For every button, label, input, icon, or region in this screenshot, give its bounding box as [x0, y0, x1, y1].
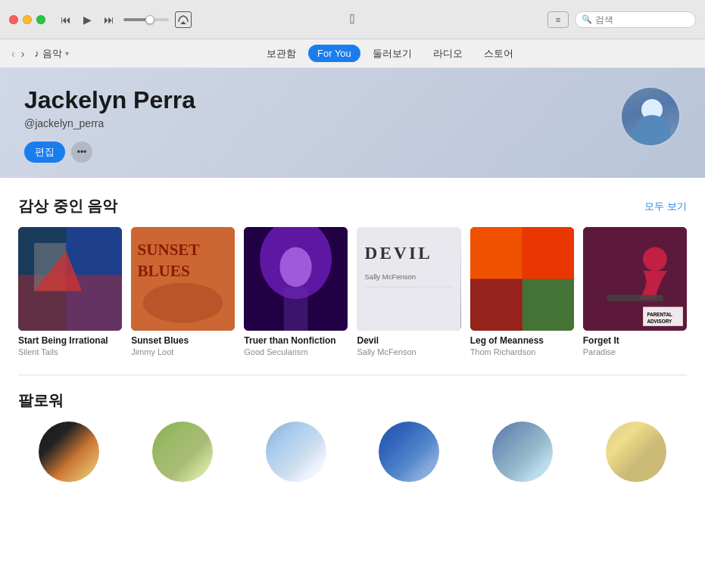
profile-actions: 편집 ••• — [24, 142, 195, 163]
follower-avatar-6 — [606, 422, 666, 482]
profile-info: Jackelyn Perra @jackelyn_perra 편집 ••• — [24, 86, 195, 163]
navbar: ‹ › ♪ 음악 ▾ 보관함 For You 둘러보기 라디오 스토어 — [0, 39, 705, 68]
svg-rect-22 — [470, 279, 523, 331]
album-item[interactable]: Start Being Irrational Silent Tails — [18, 227, 122, 356]
follower-item[interactable] — [18, 422, 120, 487]
search-icon: 🔍 — [582, 14, 592, 24]
follower-avatar-3 — [266, 422, 326, 482]
svg-marker-0 — [180, 21, 186, 24]
album-name-5: Leg of Meanness — [470, 335, 574, 346]
search-input[interactable] — [595, 14, 689, 25]
svg-rect-26 — [607, 295, 663, 301]
tab-browse[interactable]: 보관함 — [257, 44, 305, 64]
album-name-4: Devil — [357, 335, 460, 346]
tab-browse2[interactable]: 둘러보기 — [363, 44, 421, 64]
album-name-1: Start Being Irrational — [18, 335, 122, 346]
listening-section-title: 감상 중인 음악 — [18, 196, 117, 216]
follower-item[interactable] — [358, 422, 460, 487]
album-artist-4: Sally McFenson — [357, 347, 460, 356]
follower-item[interactable] — [472, 422, 573, 487]
airplay-button[interactable] — [175, 11, 192, 28]
svg-point-12 — [280, 247, 312, 287]
more-options-button[interactable]: ••• — [71, 142, 92, 163]
music-note-icon: ♪ — [34, 48, 39, 59]
svg-rect-19 — [470, 227, 523, 279]
svg-text:PARENTAL: PARENTAL — [647, 312, 672, 317]
music-dropdown-icon[interactable]: ▾ — [65, 49, 69, 58]
fast-forward-button[interactable]: ⏭ — [101, 12, 117, 27]
album-name-3: Truer than Nonfiction — [244, 335, 348, 346]
rewind-button[interactable]: ⏮ — [58, 12, 74, 27]
play-button[interactable]: ▶ — [80, 12, 95, 27]
volume-thumb[interactable] — [145, 15, 154, 24]
see-all-button[interactable]: 모두 보기 — [644, 200, 687, 213]
svg-text:Sally McFenson: Sally McFenson — [365, 272, 416, 281]
ellipsis-icon: ••• — [77, 147, 87, 157]
followers-section-title: 팔로워 — [18, 390, 64, 411]
profile-handle: @jackelyn_perra — [24, 117, 195, 129]
svg-text:SUNSET: SUNSET — [138, 241, 200, 259]
profile-header: Jackelyn Perra @jackelyn_perra 편집 ••• — [0, 68, 705, 178]
svg-text:ADVISORY: ADVISORY — [647, 319, 672, 324]
listening-section-header: 감상 중인 음악 모두 보기 — [18, 196, 687, 216]
edit-button[interactable]: 편집 — [24, 142, 65, 163]
album-artist-1: Silent Tails — [18, 347, 122, 356]
main-content: 감상 중인 음악 모두 보기 Start Being Irrational Si… — [0, 178, 705, 588]
album-art-2: SUNSET BLUES — [131, 227, 235, 331]
album-artist-2: Jimmy Loot — [131, 347, 235, 356]
albums-grid: Start Being Irrational Silent Tails SUNS… — [18, 227, 687, 356]
followers-grid — [18, 422, 687, 487]
follower-item[interactable] — [585, 422, 687, 487]
minimize-button[interactable] — [23, 15, 32, 24]
follower-avatar-4 — [379, 422, 439, 482]
followers-section-header: 팔로워 — [18, 390, 687, 411]
music-source-label: ♪ 음악 ▾ — [34, 47, 69, 61]
album-art-1 — [18, 227, 122, 331]
album-art-3 — [244, 227, 348, 331]
follower-item[interactable] — [245, 422, 347, 487]
album-art-5 — [470, 227, 574, 331]
nav-forward-button[interactable]: › — [19, 46, 27, 61]
svg-rect-21 — [522, 227, 574, 279]
search-box: 🔍 — [575, 11, 696, 28]
follower-avatar-5 — [492, 422, 553, 482]
list-view-button[interactable]: ≡ — [547, 11, 569, 28]
fullscreen-button[interactable] — [36, 15, 45, 24]
profile-avatar — [620, 86, 681, 147]
album-item[interactable]: DEVIL Sally McFenson Devil Sally McFenso… — [357, 227, 460, 356]
nav-tabs: 보관함 For You 둘러보기 라디오 스토어 — [257, 44, 523, 64]
titlebar-right: ≡ 🔍 — [547, 11, 696, 28]
album-artist-5: Thom Richardson — [470, 347, 574, 356]
tab-for-you[interactable]: For You — [308, 45, 360, 62]
svg-rect-20 — [522, 279, 574, 331]
svg-text:DEVIL: DEVIL — [365, 243, 432, 263]
album-name-2: Sunset Blues — [131, 335, 235, 346]
music-label-text: 음악 — [42, 47, 62, 61]
album-art-4: DEVIL Sally McFenson — [357, 227, 460, 331]
album-item[interactable]: Leg of Meanness Thom Richardson — [470, 227, 574, 356]
avatar-image — [622, 88, 679, 145]
follower-item[interactable] — [132, 422, 233, 487]
playback-controls: ⏮ ▶ ⏭ — [58, 11, 192, 28]
content-wrapper: Jackelyn Perra @jackelyn_perra 편집 ••• 감상… — [0, 68, 705, 588]
profile-name: Jackelyn Perra — [24, 86, 195, 114]
album-artist-6: Paradise — [583, 347, 687, 356]
follower-avatar-2 — [152, 422, 213, 482]
album-item[interactable]: Truer than Nonfiction Good Secularism — [244, 227, 348, 356]
tab-radio[interactable]: 라디오 — [424, 44, 472, 64]
titlebar: ⏮ ▶ ⏭  ≡ 🔍 — [0, 0, 705, 39]
album-artist-3: Good Secularism — [244, 347, 348, 356]
close-button[interactable] — [9, 15, 18, 24]
apple-logo-icon:  — [350, 11, 355, 27]
nav-back-button[interactable]: ‹ — [9, 46, 17, 61]
svg-point-9 — [143, 283, 223, 323]
follower-avatar-1 — [39, 422, 99, 482]
traffic-lights — [9, 15, 45, 24]
nav-arrows: ‹ › — [9, 46, 27, 61]
album-art-6: PARENTAL ADVISORY — [583, 227, 687, 331]
album-item[interactable]: PARENTAL ADVISORY Forget It Paradise — [583, 227, 687, 356]
tab-store[interactable]: 스토어 — [475, 44, 523, 64]
album-item[interactable]: SUNSET BLUES Sunset Blues Jimmy Loot — [131, 227, 235, 356]
svg-point-25 — [643, 247, 667, 271]
volume-slider[interactable] — [123, 18, 169, 21]
